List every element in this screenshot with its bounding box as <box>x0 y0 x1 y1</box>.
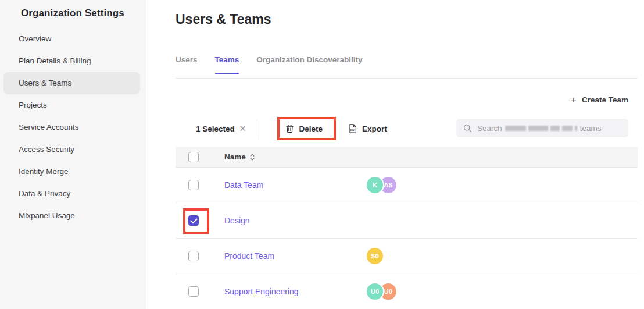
sidebar-item-overview[interactable]: Overview <box>3 28 140 50</box>
sidebar-item-projects[interactable]: Projects <box>3 94 140 116</box>
team-link-product-team[interactable]: Product Team <box>224 251 274 261</box>
sidebar-item-data-privacy[interactable]: Data & Privacy <box>3 183 140 205</box>
sidebar-item-identity-merge[interactable]: Identity Merge <box>3 161 140 183</box>
redacted-text <box>505 126 577 131</box>
row-checkbox-support-engineering[interactable] <box>188 286 199 297</box>
avatar: S0 <box>367 248 383 264</box>
sidebar-item-plan-details-billing[interactable]: Plan Details & Billing <box>3 50 140 72</box>
table-row: Design <box>176 203 638 239</box>
avatar: K <box>367 177 383 193</box>
delete-button[interactable]: Delete <box>285 124 323 133</box>
trash-icon <box>285 124 294 133</box>
sidebar-nav: Overview Plan Details & Billing Users & … <box>0 28 146 227</box>
tab-organization-discoverability[interactable]: Organization Discoverability <box>256 55 362 74</box>
tab-bar: Users Teams Organization Discoverability <box>176 55 363 74</box>
sidebar-title: Organization Settings <box>0 0 146 19</box>
row-checkbox-data-team[interactable] <box>188 180 199 190</box>
table-header-row: Name <box>176 147 638 168</box>
create-team-button[interactable]: + Create Team <box>571 95 628 105</box>
teams-table: Name Data Team K AS Design Prod <box>176 147 638 309</box>
team-link-design[interactable]: Design <box>224 216 250 225</box>
toolbar-divider <box>257 118 257 139</box>
plus-icon: + <box>571 95 577 105</box>
tab-teams[interactable]: Teams <box>215 55 239 74</box>
member-avatars: S0 <box>367 248 383 264</box>
create-team-label: Create Team <box>582 95 628 104</box>
export-button[interactable]: csv Export <box>348 124 387 133</box>
avatar: U0 <box>367 283 383 300</box>
search-placeholder: Search teams <box>477 124 602 133</box>
clear-selection-icon[interactable]: ✕ <box>239 125 246 133</box>
selected-count: 1 Selected <box>196 125 235 133</box>
tab-users[interactable]: Users <box>176 55 198 74</box>
member-avatars: U0 U0 <box>367 283 396 300</box>
sidebar: Organization Settings Overview Plan Deta… <box>0 0 146 309</box>
csv-file-icon: csv <box>348 124 357 133</box>
selection-indicator: 1 Selected ✕ <box>196 125 246 133</box>
export-label: Export <box>362 125 387 133</box>
team-link-data-team[interactable]: Data Team <box>224 180 263 190</box>
main-content: Users & Teams Users Teams Organization D… <box>176 0 638 309</box>
table-row: Data Team K AS <box>176 168 638 203</box>
table-row: Support Engineering U0 U0 <box>176 274 638 309</box>
sidebar-item-mixpanel-usage[interactable]: Mixpanel Usage <box>3 205 140 227</box>
row-checkbox-product-team[interactable] <box>188 251 199 261</box>
page-title: Users & Teams <box>176 12 271 27</box>
row-checkbox-design[interactable] <box>188 215 199 226</box>
sidebar-item-access-security[interactable]: Access Security <box>3 138 140 161</box>
svg-text:csv: csv <box>350 129 355 132</box>
bulk-action-toolbar: 1 Selected ✕ Delete csv <box>176 118 387 140</box>
sort-icon[interactable] <box>250 154 255 161</box>
team-link-support-engineering[interactable]: Support Engineering <box>224 287 299 296</box>
sidebar-item-service-accounts[interactable]: Service Accounts <box>3 116 140 138</box>
member-avatars: K AS <box>367 177 396 193</box>
name-column-header[interactable]: Name <box>224 152 246 161</box>
search-icon <box>463 124 472 133</box>
select-all-checkbox[interactable] <box>188 152 199 162</box>
sidebar-item-users-teams[interactable]: Users & Teams <box>3 72 140 94</box>
search-teams-input[interactable]: Search teams <box>456 119 628 137</box>
delete-label: Delete <box>299 125 323 133</box>
tab-divider <box>176 78 638 79</box>
table-row: Product Team S0 <box>176 239 638 274</box>
